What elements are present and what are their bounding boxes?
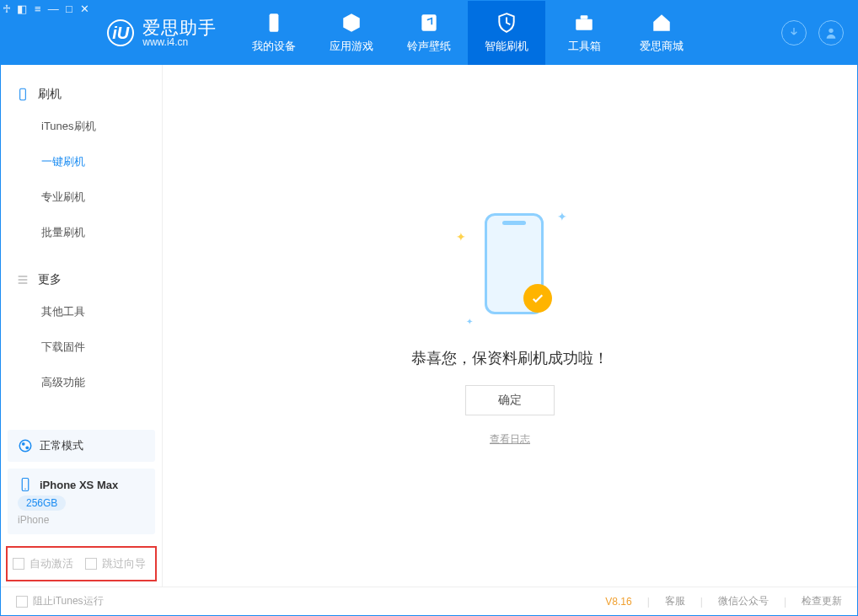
sidebar-item-download-firmware[interactable]: 下载固件 [1,329,162,365]
sparkle-icon: ✦ [456,230,466,244]
shield-icon [496,12,517,34]
sidebar-item-itunes-flash[interactable]: iTunes刷机 [1,109,162,144]
footer-right: V8.16 | 客服 | 微信公众号 | 检查更新 [605,594,842,608]
download-button[interactable] [781,20,807,46]
device-cards: 正常模式 iPhone XS Max 256GB iPhone [1,423,162,541]
view-log-link[interactable]: 查看日志 [490,432,530,447]
device-mode-label: 正常模式 [40,438,83,453]
tab-label: 智能刷机 [485,39,528,54]
tab-label: 应用游戏 [330,39,373,54]
version-label: V8.16 [605,596,631,608]
main-content: ✦ ✦ ✦ 恭喜您，保资料刷机成功啦！ 确定 查看日志 [163,65,857,587]
success-message: 恭喜您，保资料刷机成功啦！ [411,348,609,368]
maximize-icon[interactable]: □ [63,3,75,15]
app-title: 爱思助手 [142,18,217,37]
header: ♱ ◧ ≡ — □ ✕ iU 爱思助手 www.i4.cn 我的设备 应用游戏 [1,1,857,65]
logo: iU 爱思助手 www.i4.cn [90,1,235,65]
footer-link-wechat[interactable]: 微信公众号 [718,594,769,608]
device-info-card[interactable]: iPhone XS Max 256GB iPhone [8,469,155,534]
footer-link-update[interactable]: 检查更新 [802,594,842,608]
tab-label: 我的设备 [252,39,296,54]
device-storage-badge: 256GB [18,495,66,511]
tab-my-device[interactable]: 我的设备 [235,1,313,65]
sparkle-icon: ✦ [557,210,567,223]
block-itunes-checkbox[interactable]: 阻止iTunes运行 [16,594,104,608]
tab-label: 工具箱 [568,39,601,54]
svg-point-4 [829,29,833,33]
sparkle-icon: ✦ [466,317,473,326]
cube-icon [341,12,362,34]
sidebar-section-more: 更多 其他工具 下载固件 高级功能 [1,250,162,400]
svg-point-10 [24,489,26,490]
user-button[interactable] [818,20,844,46]
block-itunes-label: 阻止iTunes运行 [33,594,104,608]
menu-icon[interactable]: ≡ [32,3,44,15]
download-icon [787,26,801,40]
window-controls: ♱ ◧ ≡ — □ ✕ [1,1,90,65]
checkbox-icon [13,558,24,570]
auto-activate-checkbox[interactable]: 自动激活 [13,556,73,571]
sidebar-item-pro-flash[interactable]: 专业刷机 [1,179,162,215]
tab-apps-games[interactable]: 应用游戏 [313,1,390,65]
toolbox-icon [573,12,595,34]
svg-rect-5 [20,88,26,99]
sidebar-section-title: 更多 [1,265,162,294]
ok-button[interactable]: 确定 [465,385,555,415]
phone-outline-icon [16,88,29,101]
footer-link-support[interactable]: 客服 [665,594,685,608]
svg-rect-2 [576,19,593,30]
svg-rect-0 [270,13,279,32]
sidebar-item-oneclick-flash[interactable]: 一键刷机 [1,144,162,179]
tab-ringtones-wallpapers[interactable]: 铃声壁纸 [390,1,468,65]
footer: 阻止iTunes运行 V8.16 | 客服 | 微信公众号 | 检查更新 [1,587,857,615]
tab-label: 铃声壁纸 [407,39,451,54]
sidebar-item-advanced[interactable]: 高级功能 [1,365,162,400]
list-icon [16,273,29,287]
tab-toolbox[interactable]: 工具箱 [545,1,623,65]
success-check-icon [523,284,552,313]
sidebar-item-batch-flash[interactable]: 批量刷机 [1,215,162,250]
tab-smart-flash[interactable]: 智能刷机 [468,1,545,65]
sidebar-item-other-tools[interactable]: 其他工具 [1,294,162,329]
header-right [781,1,857,65]
feedback-icon[interactable]: ♱ [1,3,13,15]
device-type: iPhone [18,514,145,526]
svg-point-8 [25,446,29,449]
skip-guide-checkbox[interactable]: 跳过向导 [85,556,146,571]
section-title-text: 刷机 [38,87,62,102]
checkbox-icon [85,558,97,570]
home-icon [651,12,673,34]
tab-label: 爱思商城 [640,39,684,54]
skin-icon[interactable]: ◧ [16,3,28,15]
device-name: iPhone XS Max [40,479,118,491]
flash-options-highlight: 自动激活 跳过向导 [6,546,157,581]
svg-rect-1 [422,14,437,31]
device-icon [263,12,285,34]
close-icon[interactable]: ✕ [78,3,90,15]
minimize-icon[interactable]: — [47,3,59,15]
body: 刷机 iTunes刷机 一键刷机 专业刷机 批量刷机 更多 其他工具 下载固件 … [1,65,857,587]
mode-icon [18,438,33,453]
device-mode-card[interactable]: 正常模式 [8,430,155,462]
logo-icon: iU [107,19,134,46]
app-subtitle: www.i4.cn [142,37,217,48]
iphone-icon [18,477,33,492]
svg-rect-3 [581,15,588,19]
auto-activate-label: 自动激活 [29,556,73,571]
svg-point-6 [19,440,31,452]
checkbox-icon [16,596,28,608]
tab-store[interactable]: 爱思商城 [623,1,700,65]
app-window: ♱ ◧ ≡ — □ ✕ iU 爱思助手 www.i4.cn 我的设备 应用游戏 [0,0,858,616]
sidebar-section-flash: 刷机 iTunes刷机 一键刷机 专业刷机 批量刷机 [1,65,162,250]
success-illustration: ✦ ✦ ✦ [451,205,569,331]
sidebar-section-title: 刷机 [1,80,162,109]
section-title-text: 更多 [38,272,62,287]
user-icon [824,26,838,40]
music-icon [418,12,440,34]
sidebar: 刷机 iTunes刷机 一键刷机 专业刷机 批量刷机 更多 其他工具 下载固件 … [1,65,163,587]
svg-point-7 [22,442,25,446]
header-tabs: 我的设备 应用游戏 铃声壁纸 智能刷机 工具箱 爱思商城 [235,1,700,65]
skip-guide-label: 跳过向导 [102,556,146,571]
